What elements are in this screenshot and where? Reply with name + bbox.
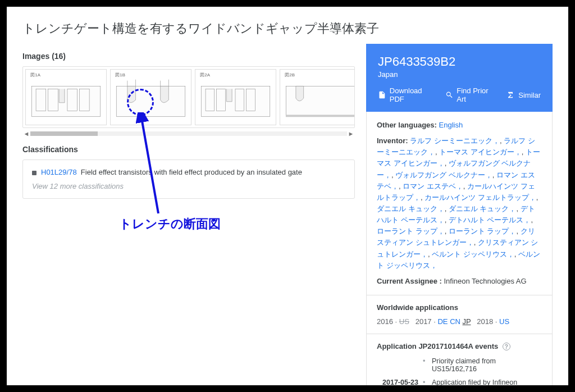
inventor-list: ラルフ シーミーニエック，, ラルフ シーミーニエック，, トーマス アイヒンガ…	[377, 136, 540, 270]
bullet-icon: •	[423, 357, 427, 373]
sigma-icon	[506, 90, 515, 99]
event-text: Application filed by Infineon Technologi…	[432, 379, 542, 385]
fig-label: 図2B	[285, 72, 295, 78]
help-icon[interactable]: ?	[503, 343, 510, 350]
similar-label: Similar	[518, 91, 541, 99]
fig-label: 図1B	[115, 72, 125, 78]
events-box: Application JP2017101464A events ? • Pri…	[366, 334, 553, 385]
classification-code[interactable]: H01L29/78	[41, 168, 77, 176]
wa-country-link[interactable]: DE	[437, 317, 448, 326]
fig-label: 図2A	[200, 72, 210, 78]
inventor-link[interactable]: デトハルト ペーテルス，	[449, 216, 531, 224]
inventor-link[interactable]: ダニエル キュック，	[377, 204, 445, 213]
wa-country-current[interactable]: JP	[463, 317, 471, 326]
event-date	[377, 357, 418, 373]
fig-label: 図1A	[30, 72, 40, 78]
assignee-label: Current Assignee :	[377, 277, 442, 285]
search-icon	[445, 90, 454, 99]
classification-row[interactable]: H01L29/78 Field effect transistors with …	[32, 168, 345, 176]
inventor-link[interactable]: ローラント ラップ，	[377, 227, 445, 235]
svg-line-17	[142, 118, 158, 213]
image-thumb[interactable]: 図2B	[280, 69, 355, 125]
wa-year: 2016	[377, 317, 393, 326]
wa-country-link[interactable]: US	[499, 317, 509, 326]
inventor-link[interactable]: カールハインツ フェルトラップ，	[425, 193, 536, 202]
wa-year: 2017	[416, 317, 432, 326]
inventor-link[interactable]: ロマン エステベ，	[403, 182, 463, 190]
find-prior-art-button[interactable]: Find Prior Art	[445, 86, 496, 103]
image-thumb[interactable]: 図2A	[195, 69, 276, 125]
download-pdf-label: Download PDF	[390, 86, 435, 103]
file-icon	[378, 90, 386, 99]
scroll-track[interactable]	[30, 131, 347, 136]
events-title: Application JP2017101464A events ?	[377, 342, 542, 350]
inventor-link[interactable]: ラルフ シーミーニエック，	[410, 136, 500, 145]
scroll-left-icon[interactable]: ◄	[22, 130, 30, 137]
left-column: Images (16) 図1A 図1B	[22, 44, 355, 385]
patent-header: JP6433539B2 Japan Download PDF Find Prio…	[366, 44, 553, 112]
inventor-label: Inventor:	[377, 136, 408, 145]
wa-country-link[interactable]: US	[399, 317, 409, 326]
inventor-link[interactable]: ダニエル キュック，	[449, 204, 517, 213]
images-scrollbar[interactable]: ◄ ►	[22, 130, 355, 137]
inventor-link[interactable]: ローラント ラップ，	[449, 227, 517, 235]
worldwide-apps-box: Worldwide applications 2016 · US 2017 · …	[366, 295, 553, 334]
patent-country: Japan	[378, 70, 541, 79]
classification-desc: Field effect transistors with field effe…	[81, 168, 302, 176]
find-prior-art-label: Find Prior Art	[457, 86, 496, 103]
similar-button[interactable]: Similar	[506, 90, 541, 99]
scroll-right-icon[interactable]: ►	[347, 130, 355, 137]
other-language-link[interactable]: English	[439, 121, 463, 129]
annotation-circle	[127, 89, 154, 116]
wa-year: 2018	[477, 317, 493, 326]
inventor-link[interactable]: トーマス アイヒンガー，	[439, 148, 522, 156]
event-row: • Priority claimed from US15/162,716	[377, 357, 542, 373]
event-text: Priority claimed from US15/162,716	[432, 357, 542, 373]
patent-id: JP6433539B2	[378, 54, 541, 69]
bullet-icon: •	[423, 379, 427, 385]
event-date: 2017-05-23	[377, 379, 418, 385]
classifications-more-link[interactable]: View 12 more classifications	[32, 182, 345, 190]
svg-rect-16	[286, 115, 355, 117]
inventor-link[interactable]: ベルント ジッペリウス，	[432, 250, 514, 258]
wa-country-link[interactable]: CN	[450, 317, 460, 326]
svg-rect-10	[201, 86, 270, 116]
worldwide-apps-years: 2016 · US 2017 · DE CN JP 2018 · US	[377, 317, 542, 326]
images-carousel[interactable]: 図1A 図1B	[22, 66, 355, 128]
right-column: JP6433539B2 Japan Download PDF Find Prio…	[366, 44, 553, 385]
annotation-text: トレンチの断面図	[119, 216, 221, 233]
image-thumb[interactable]: 図1A	[25, 69, 107, 125]
bullet-icon	[32, 171, 36, 175]
scroll-thumb[interactable]	[30, 131, 98, 136]
svg-rect-0	[31, 86, 101, 116]
info-box: Other languages: English Inventor: ラルフ シ…	[366, 112, 553, 295]
inventor-link[interactable]: ヴォルフガング ベルクナー，	[395, 171, 492, 179]
worldwide-apps-title: Worldwide applications	[377, 303, 542, 312]
event-row: 2017-05-23 • Application filed by Infine…	[377, 379, 542, 385]
images-label: Images (16)	[22, 52, 355, 61]
classifications-label: Classifications	[22, 145, 355, 154]
annotation-arrow-icon	[136, 112, 170, 219]
download-pdf-button[interactable]: Download PDF	[378, 86, 435, 103]
assignee-value: Infineon Technologies AG	[444, 277, 526, 285]
other-languages-label: Other languages:	[377, 121, 437, 129]
classifications-box: H01L29/78 Field effect transistors with …	[22, 159, 355, 199]
page-title: トレンチゲート構造を有するワイドバンドギャップ半導体素子	[7, 7, 568, 44]
